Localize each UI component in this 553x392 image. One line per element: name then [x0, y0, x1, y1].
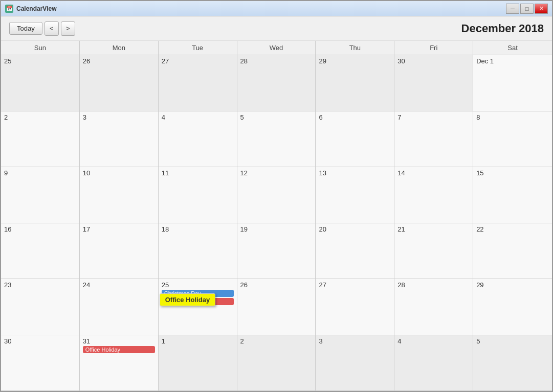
calendar-cell[interactable]: 1: [159, 335, 237, 391]
restore-button[interactable]: □: [520, 4, 534, 14]
calendar-cell[interactable]: 8: [473, 111, 552, 168]
cell-date: 22: [476, 225, 549, 233]
calendar-cell[interactable]: 3: [316, 335, 394, 391]
cell-date: 5: [476, 337, 549, 345]
cell-date: 9: [4, 169, 76, 177]
cell-date: 2: [240, 337, 313, 345]
cell-date: 28: [397, 281, 470, 289]
calendar-cell[interactable]: 4: [394, 335, 473, 391]
calendar-cell[interactable]: 22: [473, 223, 552, 280]
cell-date: 12: [240, 169, 313, 177]
calendar-cell[interactable]: 3: [80, 111, 159, 168]
cell-date: 8: [476, 113, 549, 121]
calendar-cell[interactable]: 11: [159, 167, 237, 223]
prev-button[interactable]: <: [45, 21, 59, 36]
cell-date: 21: [397, 225, 470, 233]
calendar-cell[interactable]: 10: [80, 167, 159, 223]
next-button[interactable]: >: [61, 21, 75, 36]
day-headers: Sun Mon Tue Wed Thu Fri Sat: [1, 41, 552, 55]
day-header-tue: Tue: [159, 41, 237, 55]
day-header-mon: Mon: [80, 41, 159, 55]
month-title: December 2018: [461, 22, 544, 35]
calendar-cell[interactable]: 31Office Holiday: [80, 335, 159, 391]
title-bar: 📅 CalendarView ─ □ ✕: [1, 1, 552, 16]
calendar-grid: 252627282930Dec 123456789101112131415161…: [1, 55, 552, 391]
calendar-cell[interactable]: 19: [237, 223, 316, 280]
cell-date: 4: [162, 113, 234, 121]
today-button[interactable]: Today: [9, 22, 42, 35]
calendar-cell[interactable]: 5: [473, 335, 552, 391]
minimize-button[interactable]: ─: [506, 4, 519, 14]
cell-date: 27: [162, 57, 234, 65]
cell-date: 19: [240, 225, 313, 233]
cell-date: 25: [4, 57, 76, 65]
title-controls: ─ □ ✕: [506, 4, 548, 14]
calendar-cell[interactable]: 28: [237, 55, 316, 111]
cell-date: 11: [162, 169, 234, 177]
day-header-fri: Fri: [394, 41, 473, 55]
calendar-cell[interactable]: 6: [316, 111, 394, 168]
calendar-cell[interactable]: 25Christmas DayChristmas DayOffice Holid…: [159, 279, 237, 335]
app-icon: 📅: [5, 5, 13, 13]
cell-date: 23: [4, 281, 76, 289]
calendar-cell[interactable]: 13: [316, 167, 394, 223]
cell-date: 20: [319, 225, 391, 233]
cell-date: 5: [240, 113, 313, 121]
calendar-cell[interactable]: 28: [394, 279, 473, 335]
event-christmas-red[interactable]: Office Holiday: [83, 346, 155, 353]
cell-date: 10: [83, 169, 155, 177]
cell-date: 26: [83, 57, 155, 65]
calendar-cell[interactable]: 27: [159, 55, 237, 111]
cell-date: 24: [83, 281, 155, 289]
cell-date: 29: [476, 281, 549, 289]
calendar-cell[interactable]: 25: [1, 55, 80, 111]
window-title: CalendarView: [16, 5, 56, 12]
calendar-cell[interactable]: Dec 1: [473, 55, 552, 111]
calendar-cell[interactable]: 15: [473, 167, 552, 223]
calendar-cell[interactable]: 16: [1, 223, 80, 280]
event-office-holiday[interactable]: Office Holiday: [160, 293, 215, 306]
calendar-cell[interactable]: 14: [394, 167, 473, 223]
cell-date: Dec 1: [476, 57, 549, 65]
close-button[interactable]: ✕: [535, 4, 548, 14]
calendar-cell[interactable]: 9: [1, 167, 80, 223]
calendar-cell[interactable]: 12: [237, 167, 316, 223]
calendar-cell[interactable]: 7: [394, 111, 473, 168]
cell-date: 4: [397, 337, 470, 345]
calendar-cell[interactable]: 2: [237, 335, 316, 391]
calendar-cell[interactable]: 29: [316, 55, 394, 111]
calendar-cell[interactable]: 30: [1, 335, 80, 391]
calendar-cell[interactable]: 4: [159, 111, 237, 168]
day-header-sun: Sun: [1, 41, 80, 55]
calendar-cell[interactable]: 30: [394, 55, 473, 111]
toolbar-left: Today < >: [9, 21, 75, 36]
calendar-cell[interactable]: 29: [473, 279, 552, 335]
calendar-cell[interactable]: 24: [80, 279, 159, 335]
calendar-cell[interactable]: 26: [237, 279, 316, 335]
day-header-sat: Sat: [473, 41, 552, 55]
calendar-cell[interactable]: 2: [1, 111, 80, 168]
calendar-cell[interactable]: 23: [1, 279, 80, 335]
calendar-cell[interactable]: 5: [237, 111, 316, 168]
cell-date: 16: [4, 225, 76, 233]
calendar-cell[interactable]: 21: [394, 223, 473, 280]
calendar-cell[interactable]: 27: [316, 279, 394, 335]
day-header-wed: Wed: [237, 41, 316, 55]
cell-date: 3: [83, 113, 155, 121]
cell-date: 1: [162, 337, 234, 345]
cell-date: 15: [476, 169, 549, 177]
calendar-cell[interactable]: 18: [159, 223, 237, 280]
calendar-cell[interactable]: 20: [316, 223, 394, 280]
cell-date: 31: [83, 337, 155, 345]
main-window: 📅 CalendarView ─ □ ✕ Today < > December …: [0, 0, 553, 392]
calendar-cell[interactable]: 17: [80, 223, 159, 280]
calendar-container: Sun Mon Tue Wed Thu Fri Sat 252627282930…: [1, 41, 552, 391]
cell-date: 29: [319, 57, 391, 65]
cell-date: 27: [319, 281, 391, 289]
title-bar-left: 📅 CalendarView: [5, 5, 56, 13]
cell-date: 18: [162, 225, 234, 233]
cell-date: 30: [397, 57, 470, 65]
calendar-cell[interactable]: 26: [80, 55, 159, 111]
day-header-thu: Thu: [316, 41, 394, 55]
cell-date: 13: [319, 169, 391, 177]
